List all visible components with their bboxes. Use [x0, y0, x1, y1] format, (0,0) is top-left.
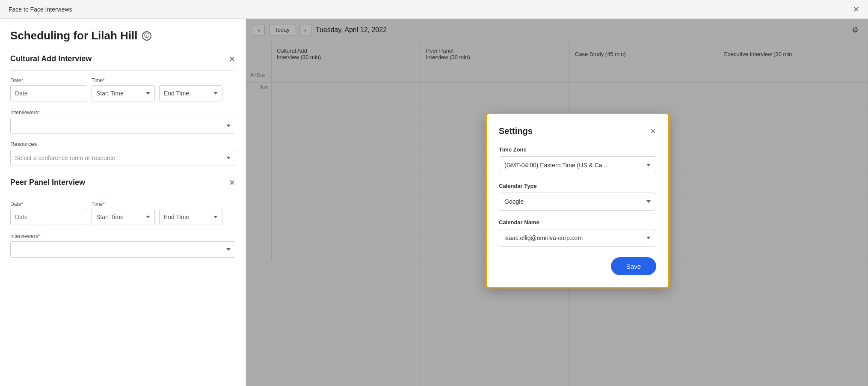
peer-panel-interviewers-select[interactable]: [10, 241, 235, 258]
peer-panel-date-time-row: Date* Time* Start Time End Time End Time: [10, 201, 235, 225]
peer-panel-section-header: Peer Panel Interview ✕: [10, 178, 235, 187]
calendar-type-label: Calendar Type: [499, 183, 656, 189]
peer-panel-date-input[interactable]: [10, 209, 87, 225]
modal-title: Settings: [499, 126, 533, 136]
cultural-add-end-time-group: End Time End Time: [159, 77, 222, 101]
top-bar: Face to Face Interviews ✕: [0, 0, 868, 19]
calendar-name-label: Calendar Name: [499, 219, 656, 226]
peer-panel-close-button[interactable]: ✕: [229, 179, 235, 187]
cultural-add-interviewers-select[interactable]: [10, 118, 235, 134]
cultural-add-date-input[interactable]: [10, 85, 87, 101]
peer-panel-time-label: Time*: [92, 201, 155, 207]
cultural-add-date-group: Date*: [10, 77, 87, 101]
modal-header: Settings ✕: [499, 126, 656, 136]
calendar-type-select[interactable]: Google Outlook iCal: [499, 193, 656, 211]
left-panel: Scheduling for Lilah Hill ⓘ Cultural Add…: [0, 19, 246, 386]
peer-panel-interviewers-label: Interviewers*: [10, 233, 40, 239]
info-icon[interactable]: ⓘ: [142, 31, 151, 41]
peer-panel-interviewers-row: Interviewers*: [10, 232, 235, 258]
calendar-name-field: Calendar Name isaac.ellig@omniva-corp.co…: [499, 219, 656, 247]
cultural-add-interviewers-label: Interviewers*: [10, 110, 40, 116]
scheduling-title: Scheduling for Lilah Hill: [10, 29, 138, 42]
peer-panel-date-group: Date*: [10, 201, 87, 225]
peer-panel-end-time-group: End Time End Time: [159, 201, 222, 225]
cultural-add-date-label: Date*: [10, 77, 87, 83]
settings-modal: Settings ✕ Time Zone (GMT-04:00) Eastern…: [486, 113, 670, 288]
right-panel: ‹ Today › Tuesday, April 12, 2022 ⚙ Cult…: [246, 19, 868, 386]
cultural-add-close-button[interactable]: ✕: [229, 55, 235, 63]
cultural-add-title: Cultural Add Interview: [10, 54, 92, 63]
date-required-star: *: [21, 77, 23, 83]
save-button[interactable]: Save: [611, 257, 656, 275]
cultural-add-section-header: Cultural Add Interview ✕: [10, 54, 235, 63]
cultural-add-divider: [10, 70, 235, 71]
modal-footer: Save: [499, 257, 656, 275]
peer-panel-end-time-select[interactable]: End Time: [159, 209, 222, 225]
calendar-type-field: Calendar Type Google Outlook iCal: [499, 183, 656, 211]
content-area: Scheduling for Lilah Hill ⓘ Cultural Add…: [0, 19, 868, 386]
cultural-add-resources-select[interactable]: Select a conference room or resource: [10, 150, 235, 166]
timezone-select[interactable]: (GMT-04:00) Eastern Time (US & Ca... GMT…: [499, 156, 656, 174]
cultural-add-end-time-select[interactable]: End Time: [159, 85, 222, 101]
cultural-add-resources-label: Resources: [10, 141, 235, 147]
peer-panel-time-group: Time* Start Time: [92, 201, 155, 225]
timezone-label: Time Zone: [499, 146, 656, 153]
window-title: Face to Face Interviews: [9, 6, 72, 13]
cultural-add-interviewers-row: Interviewers*: [10, 108, 235, 134]
cultural-add-time-group: Time* Start Time: [92, 77, 155, 101]
cultural-add-time-label: Time*: [92, 77, 155, 83]
cultural-add-date-time-row: Date* Time* Start Time End Time End Time: [10, 77, 235, 101]
window-close-button[interactable]: ✕: [853, 5, 859, 14]
calendar-name-select[interactable]: isaac.ellig@omniva-corp.com: [499, 229, 656, 247]
modal-close-button[interactable]: ✕: [650, 127, 656, 136]
peer-panel-title: Peer Panel Interview: [10, 178, 85, 187]
cultural-add-start-time-select[interactable]: Start Time: [92, 85, 155, 101]
peer-panel-divider: [10, 194, 235, 194]
timezone-field: Time Zone (GMT-04:00) Eastern Time (US &…: [499, 146, 656, 174]
peer-panel-date-label: Date*: [10, 201, 87, 207]
cultural-add-resources-section: Resources Select a conference room or re…: [10, 141, 235, 166]
peer-panel-start-time-select[interactable]: Start Time: [92, 209, 155, 225]
panel-heading: Scheduling for Lilah Hill ⓘ: [10, 29, 235, 42]
main-window: Face to Face Interviews ✕ Scheduling for…: [0, 0, 868, 386]
